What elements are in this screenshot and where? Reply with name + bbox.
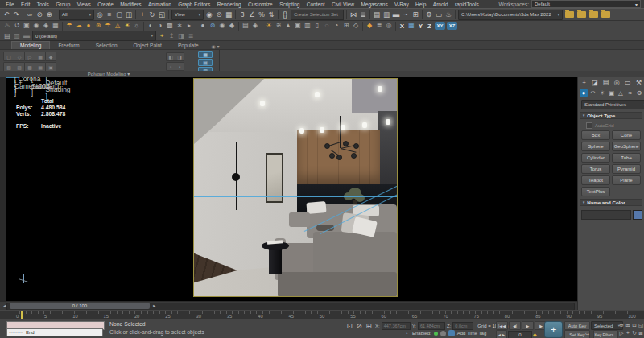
vray-ball-icon[interactable]: ● xyxy=(198,22,208,31)
go-start-button[interactable]: |◀◀ xyxy=(496,321,508,330)
save-folder-icon[interactable] xyxy=(577,11,586,18)
axis-z-label[interactable]: Z xyxy=(425,23,434,30)
add-button[interactable]: + xyxy=(544,321,563,338)
maxscript-listener-field[interactable]: ········· End xyxy=(6,328,103,336)
shapes-category-icon[interactable]: ◠ xyxy=(589,89,597,97)
add-selection-to-layer-icon[interactable]: ↥ xyxy=(167,32,176,40)
zoom-extents-icon[interactable]: ⊡ xyxy=(631,321,638,329)
select-by-name-icon[interactable]: ≡ xyxy=(105,10,114,19)
object-color-swatch[interactable] xyxy=(633,210,642,220)
keyboard-override-icon[interactable]: ▦ xyxy=(224,10,233,19)
axis-y-label[interactable]: Y xyxy=(416,23,425,30)
object-type-button[interactable]: Sphere xyxy=(581,142,610,151)
menu-item[interactable]: Edit xyxy=(18,2,34,7)
create-layer-icon[interactable]: + xyxy=(157,32,167,40)
select-object-icon[interactable]: ◎ xyxy=(95,10,105,19)
selection-lock-icon[interactable]: ⊘ xyxy=(354,321,364,331)
vray-flag-icon[interactable]: ▸ xyxy=(184,22,194,31)
object-type-button[interactable]: Torus xyxy=(581,164,610,174)
systems-category-icon[interactable]: ⚙ xyxy=(635,89,643,97)
light-lister-icon[interactable]: ☀ xyxy=(264,22,274,31)
render-quality-chip[interactable] xyxy=(440,331,446,336)
menu-item[interactable]: rapidTools xyxy=(452,2,482,7)
menu-item[interactable]: Group xyxy=(52,2,73,7)
ribbon-tab[interactable]: Modeling xyxy=(11,41,50,49)
menu-item[interactable]: V-Ray xyxy=(391,2,412,7)
menu-item[interactable]: Create xyxy=(94,2,117,7)
modify-tab-icon[interactable]: ◪ xyxy=(591,78,600,88)
axis-xy-button[interactable]: XY xyxy=(435,22,445,30)
schematic-view-icon[interactable]: ⊞ xyxy=(411,10,420,19)
axis-x-label[interactable]: X xyxy=(398,23,407,30)
workspace-dropdown[interactable]: Default ▾ xyxy=(531,0,641,8)
display-tab-icon[interactable]: ▭ xyxy=(623,78,632,88)
primitive-category-dropdown[interactable]: Standard Primitives ▾ xyxy=(581,100,644,109)
ribbon-options-icon[interactable]: ◉ ▾ xyxy=(212,43,220,49)
render-setup-icon[interactable]: ⚙ xyxy=(424,10,434,19)
autogrid-checkbox[interactable] xyxy=(586,122,592,129)
tool-check-icon[interactable]: ◈ xyxy=(250,22,260,31)
list-icon[interactable]: ≣ xyxy=(374,22,384,31)
menu-item[interactable]: Tools xyxy=(33,2,52,7)
object-type-button[interactable]: Box xyxy=(581,130,610,140)
motion-tab-icon[interactable]: ◎ xyxy=(613,78,621,88)
wave-icon[interactable]: ≋ xyxy=(274,22,283,31)
key-icon[interactable]: ◆ xyxy=(533,332,537,337)
door-icon[interactable]: ▯ xyxy=(312,22,322,31)
vray-sphere2-icon[interactable]: ◑ xyxy=(155,22,165,31)
ring-icon[interactable]: ◌ xyxy=(322,22,332,31)
menu-item[interactable]: Arnold xyxy=(430,2,452,7)
diamond-icon[interactable]: ◇ xyxy=(351,22,361,31)
menu-item[interactable]: Graph Editors xyxy=(175,2,213,7)
object-type-button[interactable]: Tube xyxy=(612,153,641,163)
menu-item[interactable]: Civil View xyxy=(328,2,357,7)
ribbon-subobj-button[interactable]: ▤ xyxy=(198,59,213,66)
corona-light-icon[interactable]: ☂ xyxy=(103,22,113,31)
corona-teapot-icon[interactable]: ♨ xyxy=(2,22,12,31)
active-layer-dropdown[interactable]: 0 (default)▾ xyxy=(32,31,156,41)
layer-explorer-icon[interactable]: ▥ xyxy=(382,10,391,19)
reference-coordsys-dropdown[interactable]: View▾ xyxy=(171,10,204,20)
name-color-rollout[interactable]: ▾ Name and Color xyxy=(580,199,642,206)
corona-restart-icon[interactable]: ↺ xyxy=(12,22,22,31)
scene-explorer-icon[interactable]: ▤ xyxy=(372,10,382,19)
create-tab-icon[interactable]: + xyxy=(580,78,588,88)
percent-snap-icon[interactable]: % xyxy=(257,10,266,19)
geometry-category-icon[interactable]: ● xyxy=(580,89,588,97)
menu-item[interactable]: Animation xyxy=(145,2,175,7)
time-slider-handle[interactable]: 0 / 100 xyxy=(10,303,150,309)
bind-spacewarp-icon[interactable]: ⊕ xyxy=(44,10,54,19)
ribbon-tab[interactable]: Populate xyxy=(170,42,207,49)
import-folder-icon[interactable] xyxy=(589,11,598,18)
window-crossing-icon[interactable]: ◫ xyxy=(124,10,134,19)
corona-sun2-icon[interactable]: ☀ xyxy=(122,22,132,31)
maximize-viewport-icon[interactable]: ⊠ xyxy=(638,329,644,337)
corona-volume-icon[interactable]: △ xyxy=(113,22,122,31)
export-folder-icon[interactable] xyxy=(601,11,610,18)
ribbon-button[interactable]: ◆ xyxy=(45,52,56,61)
menu-item[interactable]: Help xyxy=(412,2,430,7)
set-current-layer-icon[interactable]: ≣ xyxy=(186,32,196,40)
object-type-button[interactable]: TextPlus xyxy=(581,187,610,196)
auto-key-button[interactable]: Auto Key xyxy=(564,321,590,330)
vray-target-icon[interactable]: ◉ xyxy=(217,22,227,31)
corona-pixel-icon[interactable]: ◈ xyxy=(41,22,51,31)
vray-sphere1-icon[interactable]: ◐ xyxy=(146,22,155,31)
cam-icon[interactable]: ▣ xyxy=(293,22,303,31)
project-folder-dropdown[interactable]: C:\Users\Kutay\Documents\3ds Max 2022▾ xyxy=(458,10,563,20)
redo-icon[interactable]: ↷ xyxy=(11,10,21,19)
object-type-button[interactable]: Cylinder xyxy=(581,153,610,163)
time-back-arrow[interactable]: ◄ xyxy=(2,303,6,308)
polygon-modeling-label[interactable]: Polygon Modeling ▾ xyxy=(0,71,217,76)
add-time-tag-label[interactable]: Add Time Tag xyxy=(457,331,487,336)
camera-viewport[interactable]: [ + ][ Corona Camera003 ][ Standard ][ D… xyxy=(6,77,577,301)
degradation-icon[interactable]: ◔ xyxy=(402,328,410,338)
track-bar[interactable]: 0510152025303540455055606570758085909510… xyxy=(0,310,644,319)
named-selection-icon[interactable]: {} xyxy=(280,10,290,19)
book-icon[interactable]: ▥ xyxy=(303,22,312,31)
time-forward-arrow[interactable]: ► xyxy=(152,303,156,308)
menu-item[interactable]: Rendering xyxy=(213,2,244,7)
menu-item[interactable]: Content xyxy=(303,2,328,7)
utilities-tab-icon[interactable]: ⚒ xyxy=(634,78,643,88)
undo-icon[interactable]: ↶ xyxy=(2,10,11,19)
